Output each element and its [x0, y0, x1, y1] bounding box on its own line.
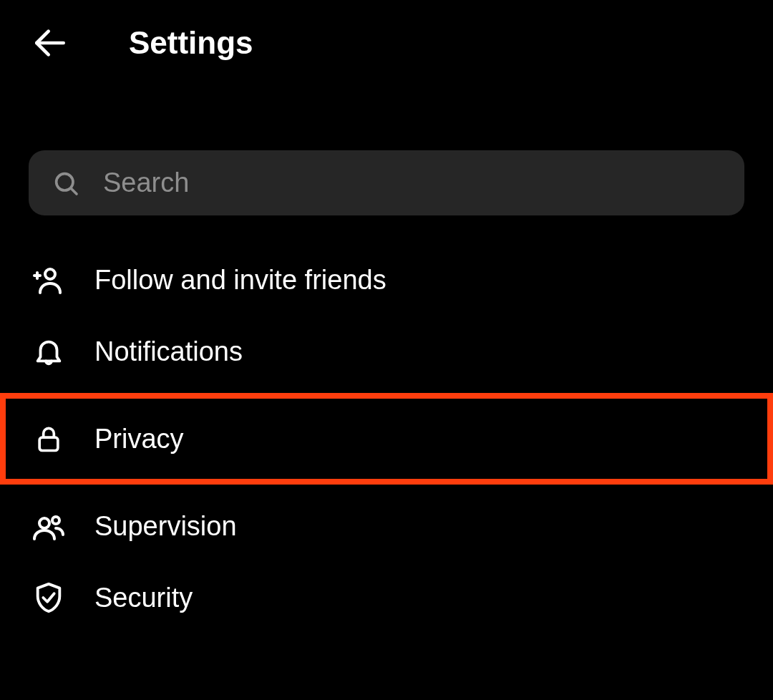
menu-item-notifications[interactable]: Notifications — [0, 316, 773, 387]
page-title: Settings — [129, 25, 253, 61]
shield-check-icon — [31, 580, 66, 615]
menu-item-label: Follow and invite friends — [94, 265, 386, 296]
people-icon — [31, 509, 66, 543]
search-input[interactable]: Search — [29, 150, 744, 215]
search-placeholder: Search — [103, 167, 189, 198]
back-button[interactable] — [29, 21, 72, 64]
svg-point-3 — [45, 269, 55, 279]
menu-item-supervision[interactable]: Supervision — [0, 490, 773, 562]
search-icon — [52, 169, 80, 198]
lock-icon — [31, 422, 66, 456]
header: Settings — [0, 0, 773, 86]
svg-point-8 — [52, 517, 59, 524]
menu-item-security[interactable]: Security — [0, 562, 773, 633]
menu-item-privacy[interactable]: Privacy — [0, 393, 773, 485]
menu-item-label: Security — [94, 583, 193, 613]
menu-item-label: Supervision — [94, 511, 237, 542]
person-add-icon — [31, 263, 66, 297]
svg-point-7 — [39, 518, 49, 528]
bell-icon — [31, 334, 66, 369]
menu-item-follow-invite[interactable]: Follow and invite friends — [0, 244, 773, 316]
svg-rect-6 — [39, 437, 58, 450]
menu-item-label: Notifications — [94, 336, 243, 367]
menu-item-label: Privacy — [94, 424, 184, 454]
settings-menu: Follow and invite friends Notifications … — [0, 244, 773, 633]
svg-line-2 — [71, 188, 77, 194]
arrow-left-icon — [30, 23, 70, 63]
